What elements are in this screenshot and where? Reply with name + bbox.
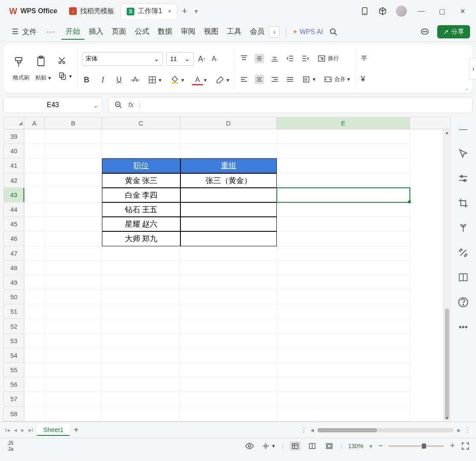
cell-B45[interactable]	[45, 217, 102, 231]
row-header-51[interactable]: 51	[4, 304, 24, 319]
row-header-42[interactable]: 42	[4, 173, 24, 188]
menu-tab-公式[interactable]: 公式	[131, 24, 154, 40]
cell-B42[interactable]	[45, 173, 102, 188]
user-avatar[interactable]	[396, 6, 407, 17]
number-format-label[interactable]: 半	[360, 53, 368, 63]
cell-B50[interactable]	[45, 290, 102, 304]
select-all-corner[interactable]: ◢	[4, 117, 24, 129]
name-box[interactable]: E43 ⌄	[3, 97, 102, 113]
search-icon[interactable]	[329, 27, 338, 37]
cell-A46[interactable]	[24, 231, 45, 246]
cell-D56[interactable]	[180, 377, 277, 392]
cell-A52[interactable]	[24, 319, 45, 333]
cell-E57[interactable]	[277, 392, 410, 406]
add-sheet-button[interactable]: +	[74, 425, 79, 435]
menu-more[interactable]: ···	[43, 25, 60, 39]
align-right-icon[interactable]	[270, 75, 279, 84]
cell-E54[interactable]	[277, 348, 410, 363]
new-tab-button[interactable]: +	[177, 6, 192, 17]
minimize-button[interactable]: —	[415, 7, 427, 15]
tab-dropdown-icon[interactable]: ▾	[192, 6, 201, 16]
cell-D58[interactable]	[180, 407, 277, 421]
fill-color-dropdown[interactable]: ▾	[169, 74, 185, 85]
cell-C58[interactable]	[102, 407, 180, 421]
row-header-48[interactable]: 48	[4, 261, 24, 275]
cell-A43[interactable]	[24, 188, 45, 202]
prev-sheet-icon[interactable]: ◂	[14, 427, 17, 433]
cell-A53[interactable]	[24, 334, 45, 348]
cell-A58[interactable]	[24, 407, 45, 421]
chevron-down-icon[interactable]: ▾	[369, 443, 372, 449]
row-header-49[interactable]: 49	[4, 275, 24, 290]
last-sheet-icon[interactable]: ▸I	[29, 427, 33, 433]
cell-A40[interactable]	[24, 144, 45, 158]
align-top-icon[interactable]	[239, 54, 249, 63]
input-mode-icon[interactable]: J5Ja	[6, 441, 15, 451]
cell-C57[interactable]	[102, 392, 180, 406]
focus-mode-dropdown[interactable]: ▾	[260, 441, 276, 452]
menu-tab-页面[interactable]: 页面	[107, 24, 131, 40]
cell-B49[interactable]	[45, 275, 102, 290]
italic-icon[interactable]: I	[98, 75, 107, 85]
cell-E45[interactable]	[277, 217, 410, 231]
justify-icon[interactable]	[285, 75, 295, 84]
cell-B44[interactable]	[45, 202, 102, 217]
cell-C56[interactable]	[102, 377, 180, 392]
row-header-44[interactable]: 44	[4, 202, 24, 217]
cell-B53[interactable]	[45, 334, 102, 348]
column-header-A[interactable]: A	[24, 117, 45, 129]
row-header-39[interactable]: 39	[4, 129, 24, 144]
cursor-icon[interactable]	[457, 148, 469, 160]
cell-E42[interactable]	[277, 173, 410, 188]
cell-D55[interactable]	[180, 363, 277, 377]
row-header-41[interactable]: 41	[4, 158, 24, 173]
ribbon-expand-corner[interactable]: ⌄	[465, 85, 469, 91]
share-button[interactable]: ↗ 分享	[437, 25, 470, 38]
menu-scroll-right[interactable]: ›	[269, 26, 280, 38]
scroll-down-icon[interactable]: ▼	[445, 416, 449, 420]
cell-E46[interactable]	[277, 231, 410, 246]
cell-D45[interactable]	[180, 217, 277, 231]
book-icon[interactable]	[457, 271, 469, 283]
cell-D50[interactable]	[180, 290, 277, 304]
align-center-icon[interactable]	[255, 75, 264, 84]
row-header-58[interactable]: 58	[4, 407, 24, 421]
font-family-select[interactable]: 宋体 ⌄	[82, 52, 163, 66]
cell-E41[interactable]	[277, 158, 410, 173]
cell-D46[interactable]	[180, 231, 277, 246]
mobile-icon[interactable]	[360, 6, 369, 16]
cell-C50[interactable]	[102, 290, 180, 304]
cell-E47[interactable]	[277, 246, 410, 261]
cell-D49[interactable]	[180, 275, 277, 290]
docer-tab[interactable]: ↓ 找稻壳模板	[63, 3, 120, 19]
cell-A42[interactable]	[24, 173, 45, 188]
cell-C47[interactable]	[102, 246, 180, 261]
cell-E51[interactable]	[277, 304, 410, 319]
menu-tab-会员[interactable]: 会员	[246, 24, 269, 40]
menu-tab-数据[interactable]: 数据	[154, 24, 177, 40]
menu-tab-视图[interactable]: 视图	[200, 24, 223, 40]
decrease-indent-icon[interactable]	[285, 54, 295, 63]
page-break-view-icon[interactable]	[324, 441, 335, 451]
cell-B58[interactable]	[45, 407, 102, 421]
zoom-knob[interactable]	[422, 443, 426, 449]
cell-A54[interactable]	[24, 348, 45, 363]
cell-C55[interactable]	[102, 363, 180, 377]
scroll-right-icon[interactable]: ▸	[457, 426, 461, 434]
font-color-dropdown[interactable]: A▾	[192, 74, 208, 85]
cell-C43[interactable]: 白金 李四	[102, 188, 180, 202]
border-dropdown[interactable]: ▾	[147, 74, 163, 85]
cell-C46[interactable]: 大师 郑九	[102, 231, 180, 246]
cell-A39[interactable]	[24, 129, 45, 144]
zoom-out-button[interactable]: −	[378, 441, 383, 450]
eye-icon[interactable]	[245, 441, 254, 451]
menu-tab-工具[interactable]: 工具	[223, 24, 246, 40]
wrap-text-button[interactable]: 换行	[316, 53, 340, 64]
cell-C49[interactable]	[102, 275, 180, 290]
cell-B47[interactable]	[45, 246, 102, 261]
fullscreen-icon[interactable]	[461, 441, 470, 451]
crop-icon[interactable]	[457, 197, 469, 209]
cell-D42[interactable]: 张三（黄金）	[180, 173, 277, 188]
increase-indent-icon[interactable]	[301, 54, 310, 63]
cell-C51[interactable]	[102, 304, 180, 319]
